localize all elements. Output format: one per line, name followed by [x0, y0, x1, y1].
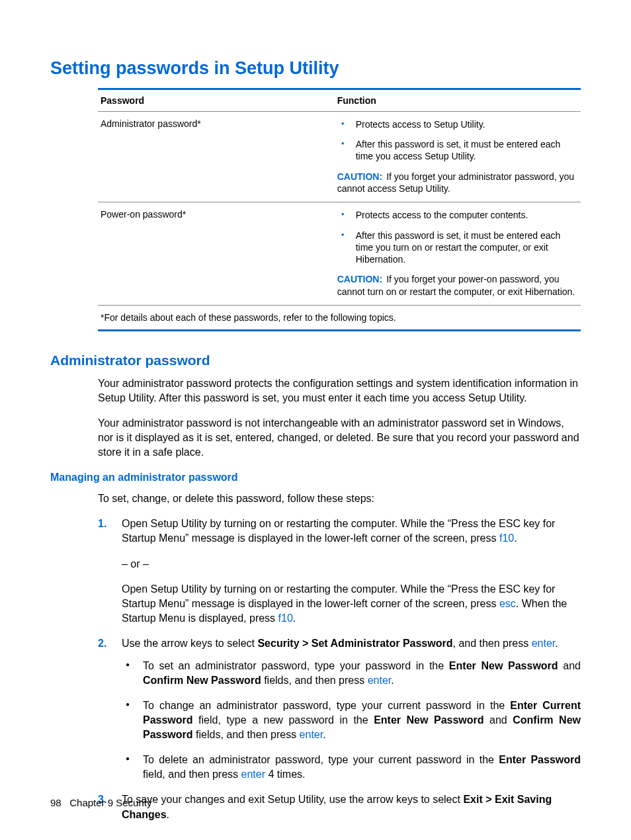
func-bullet: Protects access to the computer contents…: [337, 209, 578, 221]
step1-text-a-pre: Open Setup Utility by turning on or rest…: [122, 518, 555, 544]
table-footer-row: *For details about each of these passwor…: [98, 305, 581, 330]
key-enter: enter: [368, 675, 392, 686]
key-f10: f10: [278, 612, 293, 624]
page-number: 98: [50, 797, 62, 808]
step2-text-pre: Use the arrow keys to select: [122, 638, 257, 649]
step2-text-post: .: [555, 638, 558, 649]
page-footer: 98 Chapter 9 Security: [50, 797, 151, 808]
heading-setting-passwords: Setting passwords in Setup Utility: [50, 58, 581, 79]
heading-managing-admin-password: Managing an administrator password: [50, 472, 581, 483]
cell-password-function: Protects access to Setup Utility. After …: [335, 112, 581, 202]
caution-block: CAUTION:If you forget your administrator…: [337, 171, 578, 196]
step-3: To save your changes and exit Setup Util…: [98, 792, 581, 821]
step2-sub-change: To change an administrator password, typ…: [122, 698, 581, 742]
chapter-label: Chapter 9 Security: [69, 797, 151, 808]
step2-sublist: To set an administrator password, type y…: [122, 659, 581, 782]
steps-list: Open Setup Utility by turning on or rest…: [98, 517, 581, 821]
cell-password-name: Power-on password*: [98, 202, 335, 306]
step3-text-pre: To save your changes and exit Setup Util…: [122, 794, 463, 805]
table-row: Power-on password* Protects access to th…: [98, 202, 581, 306]
key-esc: esc: [499, 598, 516, 609]
step2-sub-delete: To delete an administrator password, typ…: [122, 753, 581, 782]
key-enter: enter: [241, 769, 265, 780]
cell-password-function: Protects access to the computer contents…: [335, 202, 581, 306]
func-bullet: After this password is set, it must be e…: [337, 138, 578, 162]
step1-text-a-post: .: [514, 532, 517, 544]
th-function: Function: [335, 89, 581, 112]
step-2: Use the arrow keys to select Security > …: [98, 636, 581, 782]
step1-text-b-pre: Open Setup Utility by turning on or rest…: [122, 583, 555, 609]
func-bullet: After this password is set, it must be e…: [337, 230, 578, 266]
step1-or: – or –: [122, 557, 581, 571]
key-enter: enter: [532, 638, 556, 649]
table-row: Administrator password* Protects access …: [98, 112, 581, 202]
func-bullet: Protects access to Setup Utility.: [337, 118, 578, 130]
cell-password-name: Administrator password*: [98, 112, 335, 202]
step2-menu-path: Security > Set Administrator Password: [257, 638, 452, 649]
admin-paragraph-1: Your administrator password protects the…: [98, 376, 581, 405]
caution-block: CAUTION:If you forget your power-on pass…: [337, 273, 578, 298]
step1-text-b-post: .: [293, 612, 296, 624]
heading-admin-password: Administrator password: [50, 353, 581, 368]
key-f10: f10: [499, 532, 514, 544]
th-password: Password: [98, 89, 335, 112]
password-table: Password Function Administrator password…: [98, 88, 581, 331]
table-footer-text: *For details about each of these passwor…: [98, 305, 581, 330]
managing-intro: To set, change, or delete this password,…: [98, 491, 581, 506]
admin-paragraph-2: Your administrator password is not inter…: [98, 416, 581, 460]
caution-label: CAUTION:: [337, 171, 382, 182]
step2-sub-set: To set an administrator password, type y…: [122, 659, 581, 688]
step-1: Open Setup Utility by turning on or rest…: [98, 517, 581, 625]
step3-text-post: .: [167, 809, 169, 820]
caution-label: CAUTION:: [337, 274, 382, 284]
step2-text-mid: , and then press: [452, 638, 531, 649]
key-enter: enter: [300, 729, 323, 740]
